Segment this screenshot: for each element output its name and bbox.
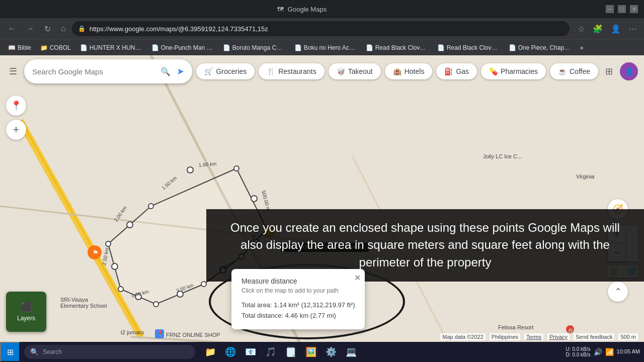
bookmark-hxh-label: HUNTER X HUNTER... — [90, 44, 142, 51]
profile-avatar[interactable]: 👤 — [620, 62, 638, 80]
chip-pharmacies[interactable]: 💊 Pharmacies — [481, 63, 546, 79]
bookmark-more-label: » — [580, 44, 584, 51]
bookmark-boruto[interactable]: 📄 Boruto Manga Cha... — [219, 43, 289, 52]
bookmark-opm[interactable]: 📄 One-Punch Man M... — [147, 43, 218, 52]
hamburger-button[interactable]: ☰ — [6, 63, 20, 80]
measure-distance-popup: ✕ Measure distance Click on the map to a… — [231, 269, 365, 329]
svg-point-36 — [153, 302, 158, 307]
layers-icon: ⬛ — [21, 302, 32, 313]
hotels-icon: 🏨 — [393, 67, 401, 75]
bookmark-bible[interactable]: 📖 Bible — [4, 43, 35, 52]
layers-label: Layers — [17, 315, 35, 322]
bookmark-op[interactable]: 📄 One Piece, Chapter... — [505, 43, 575, 52]
total-area: Total area: 1.14 km² (12,312,219.97 ft²) — [242, 300, 355, 311]
directions-icon-button[interactable]: ➤ — [177, 66, 184, 77]
bookmark-bible-label: Bible — [18, 44, 31, 51]
nav-icons: ☆ 🧩 👤 ⋯ — [575, 22, 640, 36]
extension-button[interactable]: 🧩 — [590, 22, 606, 36]
network-icon[interactable]: 📶 — [604, 348, 615, 356]
taskbar-settings[interactable]: ⚙️ — [322, 343, 340, 361]
taskbar-photos[interactable]: 🖼️ — [302, 343, 320, 361]
taskbar: ⊞ 🔍 Search 📁 🌐 📧 🎵 🗒️ 🖼️ ⚙️ 💻 U: 0.0 kB/… — [0, 342, 644, 362]
hotels-label: Hotels — [405, 67, 425, 75]
maps-favicon: 🗺 — [277, 6, 284, 13]
maps-chips: 🛒 Groceries 🍴 Restaurants 🥡 Takeout 🏨 Ho… — [196, 63, 598, 79]
maximize-button[interactable]: □ — [618, 5, 626, 13]
bookmark-hxh[interactable]: 📄 HUNTER X HUNTER... — [76, 43, 146, 52]
total-distance: Total distance: 4.46 km (2.77 mi) — [242, 311, 355, 321]
chip-restaurants[interactable]: 🍴 Restaurants — [259, 63, 324, 79]
profile-button[interactable]: 👤 — [608, 22, 624, 36]
taskbar-mail[interactable]: 📧 — [242, 343, 260, 361]
reload-button[interactable]: ↻ — [40, 21, 55, 37]
chip-takeout[interactable]: 🥡 Takeout — [329, 63, 381, 79]
close-button[interactable]: ✕ — [630, 5, 638, 13]
notepad-icon: 🗒️ — [285, 346, 296, 357]
terms-link[interactable]: Terms — [524, 333, 543, 340]
svg-point-31 — [127, 222, 133, 228]
menu-button[interactable]: ⋯ — [626, 22, 640, 36]
taskbar-search-box[interactable]: 🔍 Search — [24, 345, 195, 359]
groceries-icon: 🛒 — [204, 67, 213, 75]
browser-title: 🗺 Google Maps — [6, 6, 598, 13]
svg-point-34 — [106, 241, 111, 246]
takeout-icon: 🥡 — [337, 67, 345, 75]
bookmark-more[interactable]: » — [576, 43, 588, 52]
photos-icon: 🖼️ — [305, 346, 316, 357]
taskbar-time-value: 10:05 AM — [617, 348, 640, 355]
svg-text:Elementary School: Elementary School — [60, 303, 107, 309]
maps-status-bar: Map data ©2022 Philippines Terms Privacy… — [0, 332, 644, 342]
bookmark-cobol[interactable]: 📁 COBOL — [36, 43, 75, 52]
add-place-button[interactable]: + — [6, 120, 26, 140]
privacy-link[interactable]: Privacy — [547, 333, 570, 340]
taskbar-search-text: Search — [43, 348, 62, 355]
forward-button[interactable]: → — [22, 21, 38, 36]
home-button[interactable]: ⌂ — [57, 21, 70, 36]
bookmark-opm-label: One-Punch Man M... — [161, 44, 214, 51]
expand-button[interactable]: ⌃ — [608, 282, 628, 302]
minimize-button[interactable]: ─ — [606, 5, 614, 13]
start-button[interactable]: ⊞ — [0, 342, 20, 362]
bookmark-bc2[interactable]: 📄 Read Black Clover . — [433, 43, 504, 52]
search-icon-button[interactable]: 🔍 — [160, 67, 171, 76]
layers-button[interactable]: ⬛ Layers — [6, 292, 46, 332]
taskbar-time: 10:05 AM — [617, 348, 640, 355]
my-location-button[interactable]: 📍 — [6, 96, 26, 116]
measure-close-button[interactable]: ✕ — [354, 273, 361, 283]
chip-gas[interactable]: ⛽ Gas — [436, 63, 477, 79]
chip-hotels[interactable]: 🏨 Hotels — [385, 63, 433, 79]
measure-popup-title: Measure distance — [242, 277, 355, 285]
svg-point-24 — [187, 167, 193, 173]
maps-container: SRI-Visaya Elementary School t2 jomaro F… — [0, 55, 644, 362]
google-apps-button[interactable]: ⊞ — [602, 63, 616, 80]
speaker-icon[interactable]: 🔊 — [593, 348, 603, 356]
chip-coffee[interactable]: ☕ Coffee — [550, 63, 598, 79]
taskbar-browser[interactable]: 🌐 — [221, 343, 239, 361]
taskbar-notepad[interactable]: 🗒️ — [282, 343, 300, 361]
chip-groceries[interactable]: 🛒 Groceries — [196, 63, 255, 79]
taskbar-terminal[interactable]: 💻 — [342, 343, 360, 361]
region-text: Philippines — [490, 333, 520, 340]
browser-icon: 🌐 — [225, 346, 236, 357]
maps-search-input[interactable] — [32, 67, 154, 76]
star-button[interactable]: ☆ — [575, 22, 588, 36]
maps-search-box[interactable]: 🔍 ➤ — [24, 59, 192, 83]
back-button[interactable]: ← — [4, 21, 20, 36]
bookmark-bc1[interactable]: 📄 Read Black Clover... — [362, 43, 432, 52]
bookmark-bible-icon: 📖 — [8, 44, 16, 51]
window-controls: ─ □ ✕ — [606, 5, 638, 13]
bookmark-cobol-icon: 📁 — [40, 44, 48, 51]
address-bar[interactable]: 🔒 https://www.google.com/maps/@6.3959192… — [72, 21, 570, 36]
gas-label: Gas — [456, 67, 469, 75]
windows-icon: ⊞ — [7, 347, 14, 357]
bookmark-mha[interactable]: 📄 Boku no Hero Acad... — [290, 43, 361, 52]
browser-titlebar: 🗺 Google Maps ─ □ ✕ — [0, 0, 644, 18]
taskbar-file-manager[interactable]: 📁 — [201, 343, 219, 361]
mail-icon: 📧 — [245, 346, 256, 357]
svg-text:⚑: ⚑ — [93, 249, 99, 256]
file-manager-icon: 📁 — [205, 346, 216, 357]
svg-text:Felissa Resort: Felissa Resort — [498, 324, 533, 330]
send-feedback-link[interactable]: Send feedback — [574, 333, 614, 340]
left-controls: 📍 + — [6, 96, 26, 140]
taskbar-media[interactable]: 🎵 — [262, 343, 280, 361]
